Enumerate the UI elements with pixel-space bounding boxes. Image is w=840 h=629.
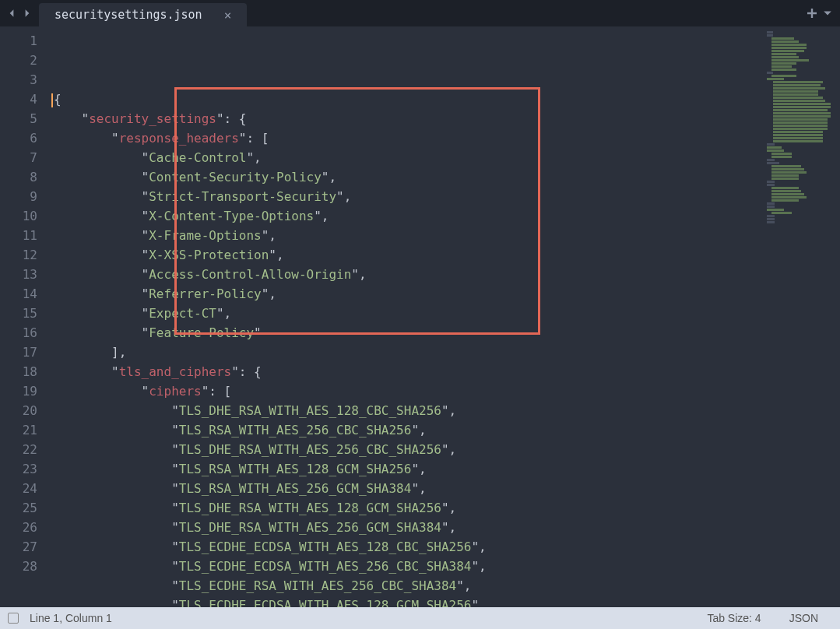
line-number: 17 bbox=[0, 343, 37, 362]
code-line[interactable]: "TLS_ECDHE_ECDSA_WITH_AES_256_CBC_SHA384… bbox=[51, 557, 840, 576]
code-line[interactable]: "TLS_DHE_RSA_WITH_AES_128_CBC_SHA256", bbox=[51, 401, 840, 420]
code-line[interactable]: "X-XSS-Protection", bbox=[51, 245, 840, 265]
line-number: 14 bbox=[0, 284, 37, 304]
line-number: 24 bbox=[0, 479, 37, 498]
line-number: 20 bbox=[0, 401, 37, 420]
code-line[interactable]: "TLS_ECDHE_RSA_WITH_AES_256_CBC_SHA384", bbox=[51, 576, 840, 596]
line-number: 22 bbox=[0, 440, 37, 459]
minimap[interactable] bbox=[765, 31, 835, 257]
code-line[interactable]: "Expect-CT", bbox=[51, 304, 840, 323]
code-line[interactable]: "Feature-Policy" bbox=[51, 323, 840, 343]
status-bar: Line 1, Column 1 Tab Size: 4 JSON bbox=[0, 607, 840, 629]
line-number: 7 bbox=[0, 148, 37, 167]
nav-back-icon[interactable] bbox=[5, 6, 19, 20]
line-number: 2 bbox=[0, 51, 37, 70]
line-number: 1 bbox=[0, 31, 37, 51]
line-number: 19 bbox=[0, 381, 37, 401]
line-number: 11 bbox=[0, 226, 37, 245]
line-number: 12 bbox=[0, 245, 37, 265]
line-number: 27 bbox=[0, 537, 37, 557]
line-number: 5 bbox=[0, 109, 37, 128]
code-line[interactable]: "TLS_DHE_RSA_WITH_AES_256_CBC_SHA256", bbox=[51, 440, 840, 459]
line-number: 9 bbox=[0, 187, 37, 206]
text-cursor bbox=[51, 93, 53, 107]
line-number: 6 bbox=[0, 128, 37, 148]
editor-window: securitysettings.json × 1234567891011121… bbox=[0, 0, 840, 629]
code-line[interactable]: "X-Content-Type-Options", bbox=[51, 206, 840, 226]
line-number: 23 bbox=[0, 459, 37, 479]
code-line[interactable]: "TLS_DHE_RSA_WITH_AES_256_GCM_SHA384", bbox=[51, 518, 840, 537]
code-line[interactable]: "TLS_ECDHE_ECDSA_WITH_AES_128_GCM_SHA256… bbox=[51, 596, 840, 607]
code-line[interactable]: "TLS_RSA_WITH_AES_256_CBC_SHA256", bbox=[51, 420, 840, 440]
code-line[interactable]: "Strict-Transport-Security", bbox=[51, 187, 840, 206]
line-number: 13 bbox=[0, 265, 37, 284]
status-syntax[interactable]: JSON bbox=[775, 612, 832, 624]
code-line[interactable]: "Cache-Control", bbox=[51, 148, 840, 167]
code-line[interactable]: "TLS_ECDHE_ECDSA_WITH_AES_128_CBC_SHA256… bbox=[51, 537, 840, 557]
code-line[interactable]: "X-Frame-Options", bbox=[51, 226, 840, 245]
tab-close-icon[interactable]: × bbox=[224, 8, 232, 23]
code-line[interactable]: { bbox=[51, 90, 840, 109]
new-tab-icon[interactable] bbox=[807, 6, 817, 21]
code-line[interactable]: "TLS_RSA_WITH_AES_128_GCM_SHA256", bbox=[51, 459, 840, 479]
code-line[interactable]: "Content-Security-Policy", bbox=[51, 167, 840, 187]
line-number: 3 bbox=[0, 70, 37, 90]
line-number: 10 bbox=[0, 206, 37, 226]
editor-area[interactable]: 1234567891011121314151617181920212223242… bbox=[0, 26, 840, 607]
tab-dropdown-icon[interactable] bbox=[823, 6, 832, 21]
line-number: 18 bbox=[0, 362, 37, 381]
nav-arrows bbox=[0, 0, 39, 26]
code-line[interactable]: "ciphers": [ bbox=[51, 381, 840, 401]
tab-active[interactable]: securitysettings.json × bbox=[39, 3, 247, 26]
line-number-gutter: 1234567891011121314151617181920212223242… bbox=[0, 26, 47, 607]
line-number: 28 bbox=[0, 557, 37, 576]
code-line[interactable]: "tls_and_ciphers": { bbox=[51, 362, 840, 381]
code-line[interactable]: "Referrer-Policy", bbox=[51, 284, 840, 304]
tab-filename: securitysettings.json bbox=[54, 8, 202, 22]
line-number: 16 bbox=[0, 323, 37, 343]
code-line[interactable]: "TLS_DHE_RSA_WITH_AES_128_GCM_SHA256", bbox=[51, 498, 840, 518]
status-tab-size[interactable]: Tab Size: 4 bbox=[693, 612, 775, 624]
line-number: 21 bbox=[0, 420, 37, 440]
status-panel-toggle-icon[interactable] bbox=[8, 613, 19, 624]
tab-bar: securitysettings.json × bbox=[0, 0, 840, 26]
line-number: 4 bbox=[0, 90, 37, 109]
nav-forward-icon[interactable] bbox=[20, 6, 34, 20]
tabbar-right bbox=[807, 0, 840, 26]
line-number: 25 bbox=[0, 498, 37, 518]
code-line[interactable]: "security_settings": { bbox=[51, 109, 840, 128]
code-line[interactable]: "Access-Control-Allow-Origin", bbox=[51, 265, 840, 284]
code-line[interactable]: "TLS_RSA_WITH_AES_256_GCM_SHA384", bbox=[51, 479, 840, 498]
line-number: 8 bbox=[0, 167, 37, 187]
code-content[interactable]: { "security_settings": { "response_heade… bbox=[47, 26, 840, 607]
line-number: 26 bbox=[0, 518, 37, 537]
line-number: 15 bbox=[0, 304, 37, 323]
code-line[interactable]: "response_headers": [ bbox=[51, 128, 840, 148]
status-cursor-position[interactable]: Line 1, Column 1 bbox=[30, 612, 112, 624]
code-line[interactable]: ], bbox=[51, 343, 840, 362]
